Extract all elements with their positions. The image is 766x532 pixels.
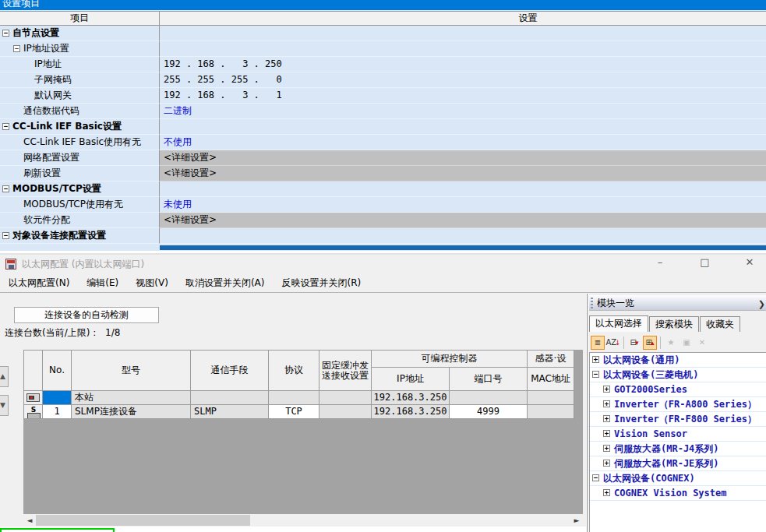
ethernet-config-window: 以太网配置 (内置以太网端口) – □ ✕ 以太网配置(N)编辑(E)视图(V)…	[0, 253, 766, 532]
module-tree-item[interactable]: +以太网设备(通用)	[590, 353, 766, 368]
scroll-right-icon[interactable]: ►	[570, 514, 583, 527]
module-tree-item[interactable]: +GOT2000Series	[590, 382, 766, 397]
collapse-node-icon[interactable]: −	[592, 371, 599, 378]
expand-node-icon[interactable]: +	[603, 445, 610, 452]
cell-method[interactable]	[191, 391, 269, 405]
auto-detect-button[interactable]: 连接设备的自动检测	[14, 307, 159, 323]
setting-value[interactable]: 255 . 255 . 255 . 0	[160, 72, 766, 88]
expand-node-icon[interactable]: +	[603, 430, 610, 437]
menu-item[interactable]: 编辑(E)	[78, 275, 127, 291]
collapse-node-icon[interactable]: −	[2, 232, 9, 239]
module-list-title: 模块一览	[597, 296, 634, 311]
setting-item-text: 对象设备连接配置设置	[0, 228, 159, 243]
cell-buffer[interactable]	[319, 405, 372, 419]
module-list-view-icon[interactable]: ≣	[591, 336, 605, 350]
module-tree-item[interactable]: +伺服放大器(MR-J4系列)	[590, 442, 766, 456]
setting-value[interactable]: 192 . 168 . 3 . 1	[160, 88, 766, 104]
module-tree-item[interactable]: −以太网设备(COGNEX)	[590, 471, 766, 486]
setting-item-text: CC-Link IEF Basic设置	[0, 119, 159, 134]
module-tree-item[interactable]: +Inverter（FR-A800 Series）	[590, 397, 766, 412]
module-tree-item[interactable]: +伺服放大器(MR-JE系列)	[590, 456, 766, 471]
setting-value[interactable]: 192 . 168 . 3 . 250	[160, 57, 766, 72]
cell-model[interactable]: SLMP连接设备	[72, 405, 191, 419]
setting-value[interactable]: <详细设置>	[160, 150, 766, 166]
module-tree-item[interactable]: +Vision Sensor	[590, 427, 766, 442]
tab-收藏夹[interactable]: 收藏夹	[700, 316, 740, 332]
selected-setting-bar[interactable]	[160, 245, 766, 250]
column-header-5: 固定缓冲发送接收设置	[319, 350, 372, 391]
close-icon[interactable]: ✕	[738, 256, 761, 268]
add-favorite-icon: ▣	[680, 336, 694, 350]
chevron-right-icon[interactable]: ❯	[758, 297, 765, 312]
setting-value[interactable]: <详细设置>	[160, 213, 766, 228]
minimize-icon[interactable]: –	[648, 256, 672, 268]
cell-model[interactable]: 本站	[72, 391, 191, 405]
module-tree-item-label: 以太网设备(三菱电机)	[590, 368, 766, 382]
panel-splitter[interactable]	[586, 294, 588, 532]
cell-ip[interactable]: 192.168.3.250	[372, 405, 450, 419]
collapse-tree-icon[interactable]: ⊟▾	[627, 336, 641, 350]
setting-item-text: 刷新设置	[0, 166, 159, 181]
menu-item[interactable]: 反映设置并关闭(R)	[273, 275, 369, 291]
scrollbar-track[interactable]	[36, 514, 570, 527]
menu-item[interactable]: 取消设置并关闭(A)	[177, 275, 274, 291]
device-row-icon-cell[interactable]	[23, 391, 43, 405]
settings-row: 通信数据代码二进制	[0, 104, 766, 119]
setting-value[interactable]: 不使用	[160, 135, 766, 150]
collapse-node-icon[interactable]: −	[592, 474, 599, 481]
setting-value[interactable]: <详细设置>	[160, 166, 766, 181]
module-tree-item-label: GOT2000Series	[590, 382, 766, 396]
cell-protocol[interactable]	[269, 391, 319, 405]
setting-item-label: −MODBUS/TCP设置	[0, 181, 160, 197]
setting-value[interactable]: 未使用	[160, 197, 766, 213]
cell-mac[interactable]	[528, 391, 574, 405]
cell-no[interactable]: 1	[43, 405, 72, 419]
scroll-left-icon[interactable]: ◄	[23, 514, 36, 527]
cell-port[interactable]: 4999	[450, 405, 528, 419]
setting-value[interactable]: 二进制	[160, 104, 766, 119]
sort-az-icon[interactable]: AZ↓	[606, 336, 620, 350]
move-row-up-button[interactable]: ▲	[0, 366, 9, 387]
expand-node-icon[interactable]: +	[603, 386, 610, 393]
collapse-node-icon[interactable]: −	[13, 45, 20, 52]
group-header-plc: 可编程控制器	[372, 350, 528, 368]
window-titlebar[interactable]: 以太网配置 (内置以太网端口) – □ ✕	[0, 255, 766, 274]
module-tree-item-label: Vision Sensor	[590, 427, 766, 441]
cell-mac[interactable]	[528, 405, 574, 419]
expand-node-icon[interactable]: +	[603, 400, 610, 407]
expand-node-icon[interactable]: +	[603, 460, 610, 467]
module-tree-item[interactable]: −以太网设备(三菱电机)	[590, 368, 766, 382]
menu-item[interactable]: 以太网配置(N)	[0, 275, 78, 291]
module-list-header[interactable]: 模块一览 ❯	[589, 295, 766, 311]
setting-item-text: CC-Link IEF Basic使用有无	[0, 135, 159, 150]
collapse-node-icon[interactable]: −	[2, 123, 9, 130]
module-tree-item[interactable]: +Inverter（FR-F800 Series）	[590, 412, 766, 427]
slmp-device-icon: S	[27, 406, 40, 418]
expand-node-icon[interactable]: +	[603, 415, 610, 422]
cell-port[interactable]	[450, 391, 528, 405]
move-row-down-button[interactable]: ▼	[0, 395, 9, 416]
scrollbar-thumb[interactable]	[36, 515, 250, 526]
cell-no[interactable]	[43, 391, 72, 405]
device-row-icon-cell[interactable]: S	[23, 405, 43, 419]
module-tree-item[interactable]: +COGNEX Vision System	[590, 486, 766, 501]
drag-handle-icon[interactable]	[591, 298, 593, 308]
expand-tree-icon[interactable]: ⊞▴	[643, 336, 657, 350]
horizontal-scrollbar[interactable]: ◄ ►	[23, 514, 583, 527]
cell-method[interactable]: SLMP	[191, 405, 269, 419]
expand-node-icon[interactable]: +	[603, 489, 610, 496]
collapse-node-icon[interactable]: −	[2, 185, 9, 192]
maximize-icon[interactable]: □	[694, 256, 717, 268]
settings-row: IP地址192 . 168 . 3 . 250	[0, 57, 766, 72]
menu-item[interactable]: 视图(V)	[127, 275, 177, 291]
cell-buffer[interactable]	[319, 391, 372, 405]
tab-以太网选择[interactable]: 以太网选择	[589, 315, 648, 332]
cell-ip[interactable]: 192.168.3.250	[372, 391, 450, 405]
settings-panel-title: 设置项目	[0, 0, 766, 10]
tab-搜索模块[interactable]: 搜索模块	[649, 316, 699, 332]
setting-item-label: −对象设备连接配置设置	[0, 228, 160, 244]
cell-protocol[interactable]: TCP	[269, 405, 319, 419]
collapse-node-icon[interactable]: −	[2, 30, 9, 37]
expand-node-icon[interactable]: +	[592, 356, 599, 363]
settings-row: MODBUS/TCP使用有无未使用	[0, 197, 766, 213]
